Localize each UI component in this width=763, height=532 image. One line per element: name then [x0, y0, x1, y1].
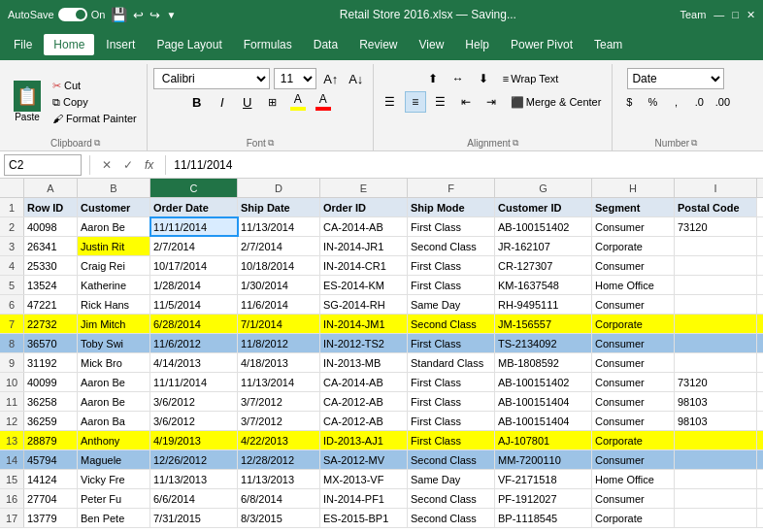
list-item[interactable]: Ship Mode	[408, 198, 495, 216]
list-item[interactable]: Home Office	[592, 470, 675, 488]
list-item[interactable]: 4/22/2013	[238, 431, 320, 449]
list-item[interactable]: Consumer	[592, 412, 675, 430]
list-item[interactable]: First Class	[408, 412, 495, 430]
confirm-formula-icon[interactable]: ✓	[119, 156, 137, 174]
indent-increase-button[interactable]: ⇥	[481, 91, 502, 113]
list-item[interactable]: ID-2013-AJ1	[320, 431, 408, 449]
list-item[interactable]: RH-9495111	[495, 295, 592, 314]
list-item[interactable]: Postal Code	[675, 198, 757, 216]
row-number[interactable]: 11	[0, 392, 24, 411]
top-align-button[interactable]: ⬆	[422, 68, 444, 89]
list-item[interactable]: Standard Class	[408, 353, 495, 372]
row-number[interactable]: 14	[0, 450, 24, 469]
list-item[interactable]: 11/6/2014	[238, 295, 320, 314]
list-item[interactable]: SA-2012-MV	[320, 450, 408, 469]
format-painter-button[interactable]: 🖌 Format Painter	[49, 112, 141, 125]
menu-review[interactable]: Review	[349, 34, 407, 55]
list-item[interactable]	[675, 509, 757, 527]
list-item[interactable]: Same Day	[408, 295, 495, 314]
list-item[interactable]: 10/17/2014	[150, 256, 238, 275]
list-item[interactable]: Katherine	[78, 276, 150, 294]
list-item[interactable]: 22732	[24, 315, 78, 333]
row-number[interactable]: 7	[0, 315, 24, 333]
list-item[interactable]: 2/7/2014	[150, 237, 238, 255]
list-item[interactable]: Toby Swi	[78, 334, 150, 352]
col-header-g[interactable]: G	[495, 179, 592, 197]
list-item[interactable]: ES-2015-BP1	[320, 509, 408, 527]
list-item[interactable]: First Class	[408, 334, 495, 352]
list-item[interactable]: JM-156557	[495, 315, 592, 333]
list-item[interactable]: 36258	[24, 392, 78, 411]
indent-decrease-button[interactable]: ⇤	[455, 91, 477, 113]
list-item[interactable]: TS-2134092	[495, 334, 592, 352]
list-item[interactable]: 14124	[24, 470, 78, 488]
list-item[interactable]: SG-2014-RH	[320, 295, 408, 314]
list-item[interactable]: Consumer	[592, 217, 675, 236]
decrease-decimal-button[interactable]: .0	[688, 91, 710, 113]
highlight-color-button[interactable]: A	[287, 92, 309, 112]
menu-page-layout[interactable]: Page Layout	[147, 34, 231, 55]
minimize-icon[interactable]: —	[713, 9, 724, 20]
list-item[interactable]: 11/13/2014	[238, 217, 320, 236]
undo-icon[interactable]: ↩	[133, 8, 144, 22]
row-number[interactable]: 17	[0, 509, 24, 527]
comma-button[interactable]: ,	[665, 91, 686, 113]
list-item[interactable]: 11/13/2013	[150, 470, 238, 488]
list-item[interactable]: CA-2012-AB	[320, 412, 408, 430]
menu-help[interactable]: Help	[455, 34, 499, 55]
menu-team[interactable]: Team	[584, 34, 632, 55]
list-item[interactable]: Second Class	[408, 489, 495, 508]
list-item[interactable]: BP-1118545	[495, 509, 592, 527]
list-item[interactable]	[675, 450, 757, 469]
list-item[interactable]: IN-2012-TS2	[320, 334, 408, 352]
menu-home[interactable]: Home	[44, 34, 94, 55]
col-header-e[interactable]: E	[320, 179, 408, 197]
list-item[interactable]: 98103	[675, 412, 757, 430]
list-item[interactable]: Rick Hans	[78, 295, 150, 314]
quick-access-more[interactable]: ▼	[166, 10, 176, 20]
list-item[interactable]: First Class	[408, 276, 495, 294]
list-item[interactable]	[675, 353, 757, 372]
list-item[interactable]: JR-162107	[495, 237, 592, 255]
list-item[interactable]: Aaron Be	[78, 373, 150, 391]
list-item[interactable]: 7/1/2014	[238, 315, 320, 333]
number-format-select[interactable]: Date General Number Currency Accounting …	[627, 68, 724, 89]
row-number[interactable]: 16	[0, 489, 24, 508]
list-item[interactable]: 11/11/2014	[150, 217, 238, 236]
list-item[interactable]: VF-2171518	[495, 470, 592, 488]
list-item[interactable]	[675, 334, 757, 352]
list-item[interactable]: Corporate	[592, 237, 675, 255]
list-item[interactable]: First Class	[408, 392, 495, 411]
list-item[interactable]: 11/13/2013	[238, 470, 320, 488]
menu-data[interactable]: Data	[304, 34, 348, 55]
list-item[interactable]: 6/28/2014	[150, 315, 238, 333]
merge-center-button[interactable]: ⬛ Merge & Center	[506, 93, 607, 112]
list-item[interactable]: 11/8/2012	[238, 334, 320, 352]
border-button[interactable]: ⊞	[262, 91, 283, 113]
list-item[interactable]: Second Class	[408, 237, 495, 255]
list-item[interactable]: 73120	[675, 373, 757, 391]
row-number[interactable]: 6	[0, 295, 24, 314]
list-item[interactable]: 3/7/2012	[238, 412, 320, 430]
list-item[interactable]: Maguele	[78, 450, 150, 469]
row-number[interactable]: 9	[0, 353, 24, 372]
list-item[interactable]: 4/14/2013	[150, 353, 238, 372]
list-item[interactable]: Consumer	[592, 295, 675, 314]
font-size-select[interactable]: 11	[274, 68, 316, 89]
list-item[interactable]	[675, 470, 757, 488]
list-item[interactable]: Justin Rit	[78, 237, 150, 255]
list-item[interactable]	[675, 256, 757, 275]
list-item[interactable]: First Class	[408, 431, 495, 449]
list-item[interactable]: 45794	[24, 450, 78, 469]
list-item[interactable]: IN-2014-CR1	[320, 256, 408, 275]
list-item[interactable]: MB-1808592	[495, 353, 592, 372]
list-item[interactable]: 47221	[24, 295, 78, 314]
list-item[interactable]: Customer	[78, 198, 150, 216]
menu-insert[interactable]: Insert	[96, 34, 145, 55]
list-item[interactable]: Consumer	[592, 392, 675, 411]
paste-button[interactable]: 📋 Paste	[10, 79, 45, 124]
list-item[interactable]: 12/28/2012	[238, 450, 320, 469]
list-item[interactable]	[675, 295, 757, 314]
currency-button[interactable]: $	[618, 91, 640, 113]
col-header-b[interactable]: B	[78, 179, 150, 197]
